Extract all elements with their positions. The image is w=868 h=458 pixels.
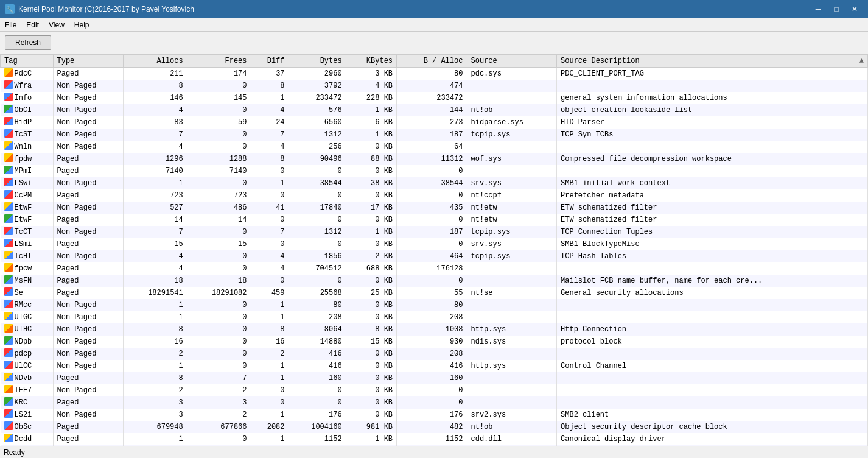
cell-bytes: 17840 bbox=[289, 202, 346, 214]
svg-rect-17 bbox=[4, 275, 13, 284]
row-icon bbox=[4, 300, 13, 311]
menu-file[interactable]: File bbox=[0, 19, 21, 30]
cell-frees: 0 bbox=[187, 360, 251, 372]
cell-tag: KRC bbox=[1, 396, 54, 409]
cell-sourcedesc: PDC_CLIENT_PORT_TAG bbox=[557, 68, 868, 80]
cell-balloc: 435 bbox=[397, 202, 467, 214]
row-icon bbox=[4, 312, 13, 323]
row-icon bbox=[4, 153, 13, 164]
cell-sourcedesc: HID Parser bbox=[557, 116, 868, 129]
cell-bytes: 233472 bbox=[289, 92, 346, 104]
row-icon bbox=[4, 397, 13, 408]
cell-bytes: 0 bbox=[289, 275, 346, 287]
table-row[interactable]: EtwF Non Paged 527 486 41 17840 17 KB 43… bbox=[1, 202, 868, 214]
table-row[interactable]: ObCI Non Paged 4 0 4 576 1 KB 144 nt!ob … bbox=[1, 104, 868, 116]
table-row[interactable]: TcHT Non Paged 4 0 4 1856 2 KB 464 tcpip… bbox=[1, 250, 868, 262]
svg-rect-16 bbox=[4, 263, 13, 272]
cell-frees: 174 bbox=[187, 68, 251, 80]
cell-type: Paged bbox=[53, 165, 123, 177]
cell-bytes: 6560 bbox=[289, 116, 346, 129]
cell-allocs: 8 bbox=[123, 323, 187, 336]
table-container[interactable]: Tag Type Allocs Frees Diff Bytes KBytes … bbox=[0, 54, 868, 446]
menu-help[interactable]: Help bbox=[69, 19, 94, 30]
table-row[interactable]: MsFN Paged 18 18 0 0 0 KB 0 Mailslot FCB… bbox=[1, 275, 868, 287]
cell-frees: 2 bbox=[187, 409, 251, 421]
table-row[interactable]: UlCC Non Paged 1 0 1 416 0 KB 416 http.s… bbox=[1, 360, 868, 372]
table-row[interactable]: TcST Non Paged 7 0 7 1312 1 KB 187 tcpip… bbox=[1, 129, 868, 141]
table-row[interactable]: Info Non Paged 146 145 1 233472 228 KB 2… bbox=[1, 92, 868, 104]
table-row[interactable]: PdcC Paged 211 174 37 2960 3 KB 80 pdc.s… bbox=[1, 68, 868, 80]
menu-view[interactable]: View bbox=[44, 19, 69, 30]
menu-edit[interactable]: Edit bbox=[21, 19, 44, 30]
cell-bytes: 416 bbox=[289, 360, 346, 372]
refresh-button[interactable]: Refresh bbox=[5, 35, 51, 50]
table-row[interactable]: MPmI Paged 7140 7140 0 0 0 KB 0 bbox=[1, 165, 868, 177]
cell-kbytes: 0 KB bbox=[346, 396, 396, 409]
table-row[interactable]: KRC Paged 3 3 0 0 0 KB 0 bbox=[1, 396, 868, 409]
table-row[interactable]: UlHC Non Paged 8 0 8 8064 8 KB 1008 http… bbox=[1, 323, 868, 336]
cell-tag: NDpb bbox=[1, 336, 54, 348]
col-balloc[interactable]: B / Alloc bbox=[397, 55, 467, 68]
table-row[interactable]: RMcc Non Paged 1 0 1 80 0 KB 80 bbox=[1, 299, 868, 311]
table-row[interactable]: Dcdd Paged 1 0 1 1152 1 KB 1152 cdd.dll … bbox=[1, 433, 868, 445]
cell-balloc: 930 bbox=[397, 336, 467, 348]
svg-rect-26 bbox=[4, 385, 13, 393]
col-sourcedesc[interactable]: Source Description ▲ bbox=[557, 55, 868, 68]
col-bytes[interactable]: Bytes bbox=[289, 55, 346, 68]
table-row[interactable]: Se Paged 18291541 18291082 459 25568 25 … bbox=[1, 287, 868, 299]
cell-allocs: 146 bbox=[123, 92, 187, 104]
col-kbytes[interactable]: KBytes bbox=[346, 55, 396, 68]
cell-sourcedesc bbox=[557, 262, 868, 275]
close-button[interactable]: ✕ bbox=[846, 3, 863, 15]
cell-source bbox=[467, 311, 557, 323]
col-type[interactable]: Type bbox=[53, 55, 123, 68]
cell-sourcedesc: Object security descriptor cache block bbox=[557, 421, 868, 433]
table-row[interactable]: NDpb Non Paged 16 0 16 14880 15 KB 930 n… bbox=[1, 336, 868, 348]
table-row[interactable]: fpdw Paged 1296 1288 8 90496 88 KB 11312… bbox=[1, 153, 868, 165]
table-row[interactable]: fpcw Paged 4 0 4 704512 688 KB 176128 bbox=[1, 262, 868, 275]
cell-type: Non Paged bbox=[53, 336, 123, 348]
cell-source: srv.sys bbox=[467, 177, 557, 189]
cell-frees: 0 bbox=[187, 348, 251, 360]
table-row[interactable]: EtwF Paged 14 14 0 0 0 KB 0 nt!etw ETW s… bbox=[1, 214, 868, 226]
table-row[interactable]: LSwi Non Paged 1 0 1 38544 38 KB 38544 s… bbox=[1, 177, 868, 189]
table-row[interactable]: LS2i Non Paged 3 2 1 176 0 KB 176 srv2.s… bbox=[1, 409, 868, 421]
svg-rect-30 bbox=[4, 434, 13, 442]
cell-kbytes: 25 KB bbox=[346, 287, 396, 299]
col-tag[interactable]: Tag bbox=[1, 55, 54, 68]
cell-allocs: 15 bbox=[123, 238, 187, 250]
row-icon bbox=[4, 434, 13, 445]
svg-rect-9 bbox=[4, 178, 13, 186]
table-row[interactable]: HidP Non Paged 83 59 24 6560 6 KB 273 hi… bbox=[1, 116, 868, 129]
table-row[interactable]: Wnln Non Paged 4 0 4 256 0 KB 64 bbox=[1, 141, 868, 153]
cell-bytes: 576 bbox=[289, 104, 346, 116]
col-frees[interactable]: Frees bbox=[187, 55, 251, 68]
col-source[interactable]: Source bbox=[467, 55, 557, 68]
table-row[interactable]: TEE7 Non Paged 2 2 0 0 0 KB 0 bbox=[1, 384, 868, 396]
col-diff[interactable]: Diff bbox=[251, 55, 289, 68]
table-row[interactable]: UlGC Non Paged 1 0 1 208 0 KB 208 bbox=[1, 311, 868, 323]
cell-allocs: 527 bbox=[123, 202, 187, 214]
table-row[interactable]: pdcp Non Paged 2 0 2 416 0 KB 208 bbox=[1, 348, 868, 360]
cell-allocs: 723 bbox=[123, 189, 187, 202]
cell-kbytes: 0 KB bbox=[346, 409, 396, 421]
table-row[interactable]: ObSc Paged 679948 677866 2082 1004160 98… bbox=[1, 421, 868, 433]
maximize-button[interactable]: □ bbox=[828, 3, 845, 15]
cell-sourcedesc bbox=[557, 396, 868, 409]
svg-rect-11 bbox=[4, 202, 13, 211]
table-row[interactable]: Wfra Non Paged 8 0 8 3792 4 KB 474 bbox=[1, 80, 868, 92]
table-row[interactable]: TcCT Non Paged 7 0 7 1312 1 KB 187 tcpip… bbox=[1, 226, 868, 238]
cell-bytes: 3792 bbox=[289, 80, 346, 92]
cell-type: Paged bbox=[53, 262, 123, 275]
table-row[interactable]: CcPM Paged 723 723 0 0 0 KB 0 nt!ccpf Pr… bbox=[1, 189, 868, 202]
minimize-button[interactable]: ─ bbox=[810, 3, 827, 15]
cell-source: nt!ob bbox=[467, 104, 557, 116]
cell-allocs: 1 bbox=[123, 299, 187, 311]
cell-sourcedesc: TCP Syn TCBs bbox=[557, 129, 868, 141]
cell-diff: 37 bbox=[251, 68, 289, 80]
cell-sourcedesc: Http Connection bbox=[557, 323, 868, 336]
table-row[interactable]: NDvb Paged 8 7 1 160 0 KB 160 bbox=[1, 372, 868, 384]
cell-tag: NDvb bbox=[1, 372, 54, 384]
table-row[interactable]: LSmi Paged 15 15 0 0 0 KB 0 srv.sys SMB1… bbox=[1, 238, 868, 250]
col-allocs[interactable]: Allocs bbox=[123, 55, 187, 68]
